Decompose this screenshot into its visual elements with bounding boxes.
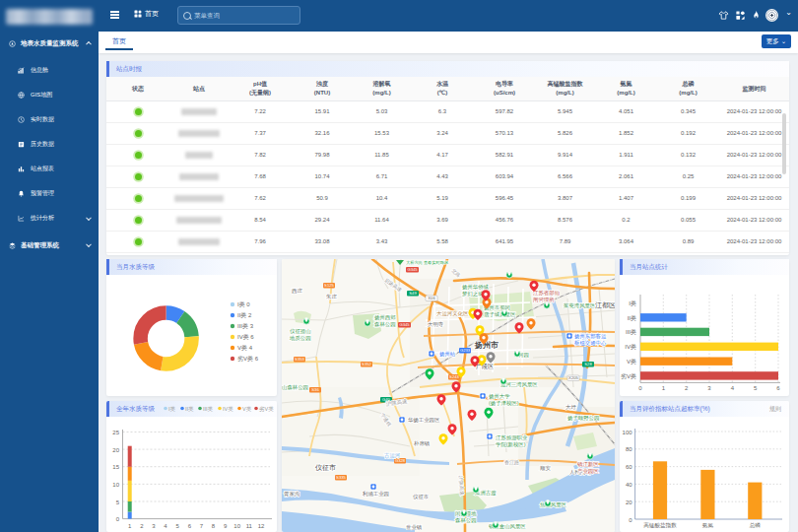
- svg-text:江苏省邵仙: 江苏省邵仙: [533, 290, 561, 297]
- svg-text:I类: I类: [629, 300, 636, 306]
- svg-text:10: 10: [112, 482, 119, 488]
- svg-text:I类: I类: [168, 406, 176, 412]
- svg-text:江都区: 江都区: [595, 301, 615, 309]
- svg-text:S353: S353: [295, 357, 304, 362]
- svg-text:III类 3: III类 3: [237, 323, 254, 329]
- svg-text:仪征市: 仪征市: [413, 494, 429, 499]
- svg-text:茱萸湾风景区: 茱萸湾风景区: [564, 302, 596, 309]
- svg-text:V类: V类: [242, 406, 252, 412]
- svg-text:华扬工业园区: 华扬工业园区: [408, 417, 440, 424]
- svg-text:7: 7: [200, 523, 204, 529]
- svg-text:II类: II类: [185, 406, 194, 412]
- svg-text:II类: II类: [628, 315, 636, 321]
- svg-text:扬州东部客运: 扬州东部客运: [574, 333, 607, 340]
- svg-text:扬州西郊: 扬州西郊: [374, 314, 396, 321]
- svg-text:2: 2: [685, 385, 689, 391]
- svg-text:G345: G345: [399, 322, 410, 327]
- svg-text:6: 6: [188, 523, 192, 529]
- svg-text:扬州站: 扬州站: [439, 351, 456, 358]
- svg-text:80: 80: [626, 446, 632, 452]
- svg-text:利涵工业园: 利涵工业园: [363, 491, 389, 498]
- svg-text:20: 20: [626, 499, 632, 505]
- svg-text:V类: V类: [627, 359, 636, 365]
- svg-text:S125: S125: [324, 283, 334, 288]
- svg-text:8: 8: [212, 523, 216, 529]
- svg-text:大圩: 大圩: [565, 404, 576, 410]
- svg-text:III类: III类: [203, 406, 214, 412]
- svg-text:氨氮: 氨氮: [702, 522, 714, 528]
- svg-text:0: 0: [629, 517, 632, 523]
- svg-text:学院(新校区): 学院(新校区): [496, 441, 526, 448]
- svg-text:3: 3: [707, 385, 711, 391]
- svg-text:地质公园: 地质公园: [289, 335, 311, 342]
- svg-text:扬州大学: 扬州大学: [489, 393, 510, 400]
- svg-text:25: 25: [112, 430, 119, 435]
- svg-text:枢纽交通中心: 枢纽交通中心: [574, 340, 607, 346]
- svg-text:II类 2: II类 2: [237, 312, 252, 318]
- svg-text:V类 4: V类 4: [237, 345, 253, 351]
- svg-text:20: 20: [112, 447, 119, 453]
- svg-text:森林公园: 森林公园: [374, 321, 396, 328]
- svg-text:唐子城风景区: 唐子城风景区: [484, 311, 516, 318]
- svg-text:100: 100: [623, 430, 633, 435]
- svg-text:产业园区: 产业园区: [577, 468, 599, 475]
- svg-text:5: 5: [116, 499, 120, 505]
- svg-text:西庄: 西庄: [292, 288, 302, 295]
- svg-text:仪征市: 仪征市: [315, 463, 336, 472]
- svg-text:大桥方向 查看实时路况: 大桥方向 查看实时路况: [406, 260, 449, 265]
- svg-text:G345: G345: [407, 267, 418, 272]
- svg-text:闸管理所: 闸管理所: [533, 297, 555, 303]
- svg-text:镇江新区: 镇江新区: [577, 461, 599, 467]
- svg-text:劣V类 6: 劣V类 6: [237, 356, 259, 363]
- svg-text:大运河文化区: 大运河文化区: [436, 310, 469, 317]
- svg-text:0: 0: [638, 385, 642, 391]
- svg-text:S352: S352: [362, 362, 371, 366]
- svg-text:世业镇: 世业镇: [406, 524, 423, 530]
- svg-text:劣V类: 劣V类: [621, 373, 636, 380]
- svg-text:IV类: IV类: [625, 344, 636, 350]
- svg-text:X205: X205: [568, 375, 578, 380]
- svg-text:1: 1: [662, 385, 666, 391]
- svg-text:5: 5: [754, 385, 758, 391]
- svg-text:朴席镇: 朴席镇: [413, 440, 431, 446]
- svg-text:高锰酸盐指数: 高锰酸盐指数: [643, 522, 677, 529]
- svg-text:IV类 6: IV类 6: [237, 334, 254, 340]
- svg-text:总磷: 总磷: [749, 522, 762, 528]
- svg-text:山森林公园: 山森林公园: [282, 384, 308, 391]
- svg-text:森林公园: 森林公园: [455, 517, 477, 524]
- svg-text:仪征捺山: 仪征捺山: [290, 328, 311, 335]
- svg-text:古运河: 古运河: [384, 452, 401, 458]
- svg-text:G328: G328: [395, 458, 406, 463]
- svg-text:(扬子津校区): (扬子津校区): [489, 400, 519, 407]
- svg-text:S49: S49: [409, 291, 417, 296]
- svg-text:焦山风景区: 焦山风景区: [540, 501, 567, 507]
- svg-text:扬子颐野公园: 扬子颐野公园: [567, 415, 599, 422]
- svg-text:大明寺: 大明寺: [428, 321, 444, 327]
- svg-text:12: 12: [258, 523, 265, 529]
- svg-text:11: 11: [246, 523, 253, 529]
- svg-text:IV类: IV类: [223, 406, 233, 412]
- svg-text:朱庄: 朱庄: [326, 294, 337, 299]
- svg-text:梦幻之城: 梦幻之城: [462, 291, 484, 298]
- svg-text:3: 3: [152, 523, 156, 529]
- svg-text:10: 10: [233, 523, 240, 529]
- svg-text:X06: X06: [428, 296, 435, 300]
- svg-text:S36: S36: [311, 387, 319, 392]
- svg-text:0: 0: [116, 516, 120, 522]
- svg-text:2: 2: [140, 523, 144, 529]
- svg-text:胥家沟: 胥家沟: [284, 491, 299, 498]
- svg-text:6: 6: [776, 385, 780, 391]
- svg-text:1: 1: [128, 523, 132, 529]
- svg-text:S243: S243: [449, 374, 459, 379]
- svg-text:60: 60: [626, 464, 632, 470]
- svg-text:G233: G233: [460, 348, 471, 353]
- svg-text:劣V类: 劣V类: [259, 406, 274, 413]
- svg-text:S335: S335: [336, 475, 346, 480]
- svg-text:III类: III类: [626, 329, 636, 335]
- svg-text:江苏旅游职业: 江苏旅游职业: [496, 434, 528, 441]
- svg-text:I类 0: I类 0: [237, 301, 250, 307]
- svg-text:扬州华侨城: 扬州华侨城: [462, 284, 490, 291]
- svg-text:9: 9: [224, 523, 228, 529]
- svg-text:广陵区: 广陵区: [476, 363, 494, 369]
- svg-text:40: 40: [626, 482, 632, 488]
